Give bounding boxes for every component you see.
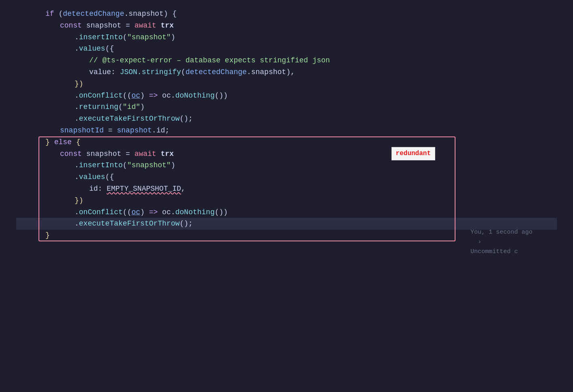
punc-dot: .	[75, 160, 79, 171]
comment: // @ts-expect-error – database expects s…	[89, 55, 330, 66]
prop-snapshot: snapshot	[128, 8, 163, 20]
prop-id: id	[156, 125, 165, 136]
punc: (	[123, 160, 127, 171]
keyword-if: if	[45, 8, 54, 20]
punc-dot: .	[75, 207, 79, 218]
punc-dot: .	[75, 171, 79, 183]
highlighted-region: redundant } else { const snapshot = awai…	[16, 136, 557, 241]
punc-close-brace: })	[75, 195, 83, 207]
punc: ();	[180, 113, 192, 125]
punc-dot: .	[152, 125, 156, 136]
param-oc: oc	[131, 207, 140, 218]
param-oc: oc	[131, 90, 140, 102]
method-onConflict: onConflict	[79, 90, 123, 102]
code-line-12: } else {	[16, 136, 557, 148]
code-line-5: // @ts-expect-error – database expects s…	[16, 55, 557, 66]
punc: ({	[105, 171, 114, 183]
string-snapshot: "snapshot"	[127, 32, 171, 43]
code-line-6: value: JSON.stringify ( detectedChange .…	[16, 66, 557, 78]
string-snapshot: "snapshot"	[127, 160, 171, 171]
code-line-7: })	[16, 78, 557, 90]
punc: ;	[165, 125, 169, 136]
code-line-14: . insertInto ( "snapshot" )	[16, 160, 557, 171]
text	[156, 20, 161, 32]
punc: (	[54, 8, 63, 20]
redundant-label: redundant	[396, 150, 431, 157]
punc: oc.	[158, 207, 175, 218]
keyword-else: else	[54, 136, 72, 148]
var-snapshot: snapshot	[117, 125, 152, 136]
var-trx: trx	[160, 20, 173, 32]
text	[156, 148, 161, 160]
punc-dot: .	[75, 113, 79, 125]
method-values: values	[79, 43, 105, 55]
method-insertInto: insertInto	[79, 160, 123, 171]
var-detectedChange: detectedChange	[63, 8, 124, 20]
keyword-const: const	[60, 20, 82, 32]
punc-dot: .	[75, 90, 79, 102]
method-stringify: JSON.stringify	[120, 66, 181, 78]
git-blame-text: You, 1 second ago › Uncommitted c	[441, 218, 532, 266]
punc-dot: .	[247, 66, 251, 78]
keyword-const: const	[60, 148, 82, 160]
punc-dot: .	[75, 218, 79, 230]
keyword-await: await	[135, 20, 156, 32]
redundant-badge: redundant	[391, 147, 435, 161]
text	[50, 136, 54, 148]
keyword-await: await	[135, 148, 156, 160]
punc-dot: .	[75, 32, 79, 43]
punc: )	[171, 32, 175, 43]
code-line-1: if ( detectedChange . snapshot ) {	[16, 8, 557, 20]
punc-dot: .	[124, 8, 128, 20]
method-returning: returning	[79, 101, 118, 113]
text	[72, 136, 76, 148]
code-line-2: const snapshot = await trx	[16, 20, 557, 32]
punc: ((	[123, 207, 132, 218]
punc: )	[171, 160, 175, 171]
punc-open-brace: {	[76, 136, 81, 148]
punc: oc.	[158, 90, 175, 102]
var-snapshotId: snapshotId	[60, 125, 104, 136]
code-line-18: . onConflict (( oc ) => oc. doNothing ()…	[16, 207, 557, 218]
method-executeTakeFirstOrThrow: executeTakeFirstOrThrow	[79, 113, 180, 125]
punc: ((	[123, 90, 132, 102]
code-line-17: })	[16, 195, 557, 207]
punc-close: ) {	[164, 8, 177, 20]
punc-close-brace: })	[75, 78, 83, 90]
code-line-13: const snapshot = await trx	[16, 148, 557, 160]
method-values: values	[79, 171, 105, 183]
code-editor: if ( detectedChange . snapshot ) { const…	[0, 0, 573, 249]
punc: ())	[215, 90, 228, 102]
punc-close-brace: }	[45, 230, 50, 241]
arrow: =>	[149, 90, 158, 102]
punc: )	[140, 207, 149, 218]
punc: (	[118, 101, 123, 113]
code-line-15: . values ({	[16, 171, 557, 183]
punc: (	[123, 32, 127, 43]
code-line-4: . values ({	[16, 43, 557, 55]
const-empty-snapshot-id: EMPTY_SNAPSHOT_ID	[107, 183, 181, 195]
punc: ),	[286, 66, 295, 78]
code-line-16: id: EMPTY_SNAPSHOT_ID ,	[16, 183, 557, 195]
code-line-19: . executeTakeFirstOrThrow (); You, 1 sec…	[16, 218, 557, 230]
arrow: =>	[149, 207, 158, 218]
var-trx: trx	[160, 148, 173, 160]
code-line-10: . executeTakeFirstOrThrow ();	[16, 113, 557, 125]
punc: )	[140, 101, 145, 113]
string-id: "id"	[123, 101, 140, 113]
text: id:	[89, 183, 107, 195]
punc: ())	[215, 207, 228, 218]
punc: ,	[181, 183, 186, 195]
git-blame-branch: Uncommitted c	[470, 248, 518, 255]
text: snapshot =	[82, 148, 135, 160]
method-executeTakeFirstOrThrow: executeTakeFirstOrThrow	[79, 218, 180, 230]
code-line-20: }	[16, 230, 557, 241]
method-onConflict: onConflict	[79, 207, 123, 218]
method-doNothing: doNothing	[175, 90, 215, 102]
punc: ();	[180, 218, 192, 230]
prop-snapshot: snapshot	[251, 66, 286, 78]
code-line-3: . insertInto ( "snapshot" )	[16, 32, 557, 43]
text: snapshot =	[82, 20, 135, 32]
code-line-8: . onConflict (( oc ) => oc. doNothing ()…	[16, 90, 557, 102]
code-line-9: . returning ( "id" )	[16, 101, 557, 113]
